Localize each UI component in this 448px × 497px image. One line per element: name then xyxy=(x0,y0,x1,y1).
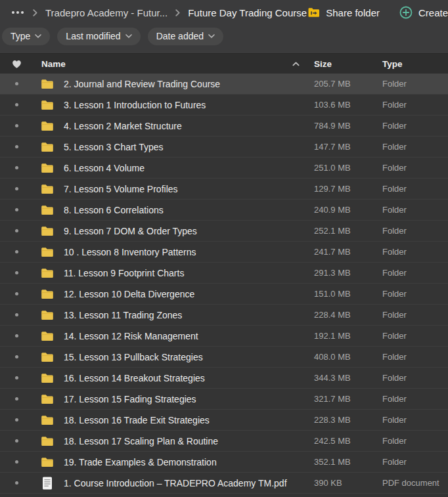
row-type: Folder xyxy=(382,268,448,278)
table-row[interactable]: 14. Lesson 12 Risk Management 192.1 MB F… xyxy=(0,326,448,347)
row-fav-cell xyxy=(0,187,33,190)
row-type: Folder xyxy=(382,310,448,320)
row-dot-icon xyxy=(15,187,18,190)
row-type: Folder xyxy=(382,142,448,152)
table-row[interactable]: 19. Trade Examples & Demonstration 352.1… xyxy=(0,452,448,473)
row-name: 8. Lesson 6 Correlations xyxy=(54,205,314,215)
row-dot-icon xyxy=(15,166,18,169)
filter-chip-date-added[interactable]: Date added xyxy=(148,28,223,45)
folder-icon xyxy=(41,142,54,152)
row-type: PDF document xyxy=(382,478,448,488)
heart-icon xyxy=(12,60,22,68)
table-row[interactable]: 6. Lesson 4 Volume 251.0 MB Folder xyxy=(0,158,448,179)
row-dot-icon xyxy=(15,334,18,337)
row-name: 11. Lesson 9 Footprint Charts xyxy=(54,268,314,278)
row-dot-icon xyxy=(15,145,18,148)
row-size: 151.0 MB xyxy=(314,289,382,299)
row-dot-icon xyxy=(15,439,18,443)
row-fav-cell xyxy=(0,250,33,253)
row-size: 242.5 MB xyxy=(314,436,382,446)
folder-icon xyxy=(41,289,54,299)
filter-chip-last-modified-label: Last modified xyxy=(66,31,120,41)
table-row[interactable]: 5. Lesson 3 Chart Types 147.7 MB Folder xyxy=(0,137,448,158)
row-dot-icon xyxy=(15,229,18,232)
row-size: 352.1 MB xyxy=(314,457,382,467)
filter-chip-type-label: Type xyxy=(11,31,30,41)
name-column-header[interactable]: Name xyxy=(33,59,314,69)
row-dot-icon xyxy=(15,271,18,274)
row-dot-icon xyxy=(15,460,18,464)
breadcrumb-parent-folder[interactable]: Tradepro Academy - Futur... xyxy=(45,7,168,18)
sort-ascending-icon[interactable] xyxy=(292,62,300,66)
folder-icon xyxy=(41,373,54,383)
row-dot-icon xyxy=(15,103,18,106)
row-dot-icon xyxy=(15,82,18,85)
table-row[interactable]: 8. Lesson 6 Correlations 240.9 MB Folder xyxy=(0,200,448,221)
table-row[interactable]: 10 . Lesson 8 Inventory Patterns 241.7 M… xyxy=(0,242,448,263)
row-fav-cell xyxy=(0,271,33,274)
row-type: Folder xyxy=(382,394,448,404)
favorite-column-header[interactable] xyxy=(0,60,33,68)
table-row[interactable]: 17. Lesson 15 Fading Strategies 321.7 MB… xyxy=(0,389,448,410)
row-size: 205.7 MB xyxy=(314,79,382,89)
row-fav-cell xyxy=(0,397,33,400)
row-name: 5. Lesson 3 Chart Types xyxy=(54,142,314,152)
type-column-header[interactable]: Type xyxy=(382,59,448,69)
row-fav-cell xyxy=(0,439,33,443)
chevron-right-icon xyxy=(175,9,180,16)
folder-icon xyxy=(41,121,54,131)
table-row[interactable]: 7. Lesson 5 Volume Profiles 129.7 MB Fol… xyxy=(0,179,448,200)
row-dot-icon xyxy=(15,292,18,295)
row-size: 251.0 MB xyxy=(314,163,382,173)
row-fav-cell xyxy=(0,376,33,379)
size-column-header[interactable]: Size xyxy=(314,59,382,69)
table-row[interactable]: 18. Lesson 17 Scaling Plan & Routine 242… xyxy=(0,431,448,452)
table-row[interactable]: 13. Lesson 11 Trading Zones 228.4 MB Fol… xyxy=(0,305,448,326)
row-type: Folder xyxy=(382,436,448,446)
table-row[interactable]: 11. Lesson 9 Footprint Charts 291.3 MB F… xyxy=(0,263,448,284)
table-row[interactable]: 1. Course Introduction – TRADEPRO Academ… xyxy=(0,473,448,494)
type-column-label: Type xyxy=(382,59,403,69)
table-row[interactable]: 2. Journal and Review Trading Course 205… xyxy=(0,74,448,95)
topbar-actions: Share folder Create xyxy=(307,6,448,19)
folder-icon xyxy=(41,247,54,257)
table-row[interactable]: 3. Lesson 1 Introduction to Futures 103.… xyxy=(0,95,448,116)
row-type: Folder xyxy=(382,415,448,425)
folder-icon xyxy=(41,205,54,215)
row-type: Folder xyxy=(382,373,448,383)
table-row[interactable]: 12. Lesson 10 Delta Divergence 151.0 MB … xyxy=(0,284,448,305)
ellipsis-menu-icon[interactable] xyxy=(11,9,25,16)
create-button[interactable]: Create xyxy=(399,6,448,19)
folder-icon xyxy=(41,100,54,110)
row-name: 19. Trade Examples & Demonstration xyxy=(54,457,314,467)
filter-chip-date-added-label: Date added xyxy=(156,31,204,41)
table-row[interactable]: 16. Lesson 14 Breakout Strategies 344.3 … xyxy=(0,368,448,389)
filter-chip-last-modified[interactable]: Last modified xyxy=(57,28,140,45)
folder-icon xyxy=(41,226,54,236)
filter-chip-type[interactable]: Type xyxy=(2,28,50,45)
row-fav-cell xyxy=(0,313,33,316)
table-row[interactable]: 4. Lesson 2 Market Structure 784.9 MB Fo… xyxy=(0,116,448,137)
row-name: 6. Lesson 4 Volume xyxy=(54,163,314,173)
folder-icon xyxy=(41,79,54,89)
row-name: 7. Lesson 5 Volume Profiles xyxy=(54,184,314,194)
folder-icon xyxy=(41,352,54,362)
row-type: Folder xyxy=(382,331,448,341)
filter-chips: Type Last modified Date added xyxy=(0,25,448,47)
folder-icon xyxy=(41,331,54,341)
table-row[interactable]: 9. Lesson 7 DOM & Order Types 252.1 MB F… xyxy=(0,221,448,242)
size-column-label: Size xyxy=(314,59,332,69)
share-folder-icon xyxy=(307,7,320,18)
row-dot-icon xyxy=(15,124,18,127)
table-row[interactable]: 18. Lesson 16 Trade Exit Strategies 228.… xyxy=(0,410,448,431)
share-folder-button[interactable]: Share folder xyxy=(307,7,380,18)
folder-icon xyxy=(41,268,54,278)
breadcrumb-current-folder[interactable]: Future Day Trading Course xyxy=(188,7,307,18)
folder-icon xyxy=(41,310,54,320)
plus-circle-icon xyxy=(399,6,413,19)
row-name: 10 . Lesson 8 Inventory Patterns xyxy=(54,247,314,257)
row-type: Folder xyxy=(382,457,448,467)
table-row[interactable]: 15. Lesson 13 Pullback Strategies 408.0 … xyxy=(0,347,448,368)
row-size: 103.6 MB xyxy=(314,100,382,110)
row-size: 241.7 MB xyxy=(314,247,382,257)
